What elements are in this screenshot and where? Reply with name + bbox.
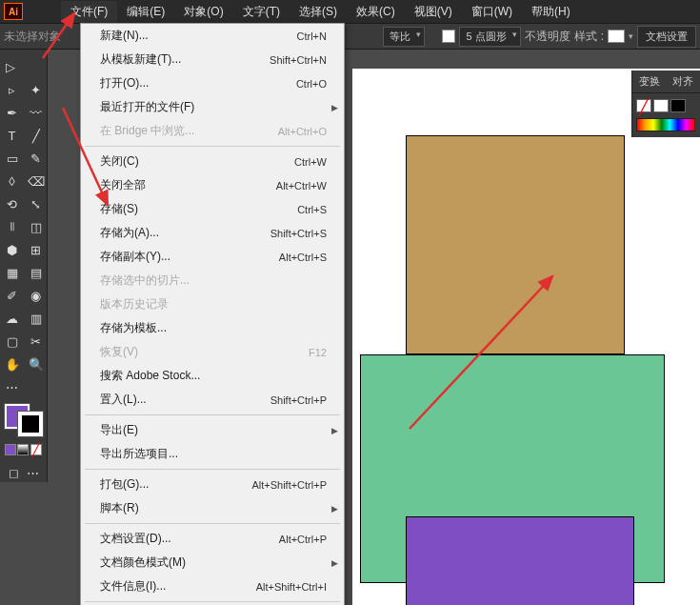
menu-效果(C)[interactable]: 效果(C) bbox=[347, 1, 405, 23]
tool-blend[interactable]: ◉ bbox=[24, 284, 48, 307]
tool-extra[interactable]: ⋯ bbox=[0, 375, 24, 398]
swatch-none[interactable]: ╱ bbox=[636, 99, 651, 112]
style-label: 样式 bbox=[574, 29, 597, 45]
tool-curvature[interactable]: 〰 bbox=[24, 101, 48, 124]
tool-line[interactable]: ╱ bbox=[24, 124, 48, 147]
menu-item-置入(L)...[interactable]: 置入(L)...Shift+Ctrl+P bbox=[81, 388, 344, 412]
menu-视图(V)[interactable]: 视图(V) bbox=[405, 1, 462, 23]
menu-窗口(W)[interactable]: 窗口(W) bbox=[462, 1, 522, 23]
tool-scale[interactable]: ⤡ bbox=[24, 192, 48, 215]
doc-setup-button[interactable]: 文档设置 bbox=[637, 26, 696, 48]
tool-hand[interactable]: ✋ bbox=[0, 353, 24, 375]
menu-item-导出(E)[interactable]: 导出(E)▶ bbox=[81, 418, 344, 442]
tool-direct-select[interactable]: ▹ bbox=[0, 78, 24, 101]
stroke-dropdown[interactable]: 5 点圆形 bbox=[459, 27, 520, 47]
tool-zoom[interactable]: 🔍 bbox=[24, 353, 48, 375]
tool-mesh[interactable]: ▦ bbox=[0, 261, 24, 284]
menu-item-关闭全部[interactable]: 关闭全部Alt+Ctrl+W bbox=[81, 173, 344, 197]
file-menu-dropdown: 新建(N)...Ctrl+N从模板新建(T)...Shift+Ctrl+N打开(… bbox=[80, 23, 345, 605]
menu-item-存储为(A)...[interactable]: 存储为(A)...Shift+Ctrl+S bbox=[81, 221, 344, 245]
tool-type[interactable]: T bbox=[0, 124, 24, 147]
menu-item-打包(G)...[interactable]: 打包(G)...Alt+Shift+Ctrl+P bbox=[81, 473, 344, 496]
tool-perspective[interactable]: ⊞ bbox=[24, 238, 48, 261]
chevron-right-icon: ▶ bbox=[331, 504, 338, 514]
ratio-dropdown[interactable]: 等比 bbox=[383, 27, 425, 47]
tool-eyedropper[interactable]: ✐ bbox=[0, 284, 24, 307]
right-panel: 变换 对齐 ╱ bbox=[631, 71, 700, 137]
selection-status: 未选择对象 bbox=[4, 29, 61, 45]
menu-文字(T)[interactable]: 文字(T) bbox=[233, 1, 290, 23]
app-icon: Ai bbox=[4, 3, 23, 20]
tab-transform[interactable]: 变换 bbox=[632, 71, 667, 92]
shape-rectangle-purple[interactable] bbox=[406, 516, 634, 605]
tool-width[interactable]: ⫴ bbox=[0, 215, 24, 238]
menu-separator bbox=[85, 146, 340, 147]
edit-toolbar[interactable]: ⋯ bbox=[26, 465, 41, 480]
menu-对象(O)[interactable]: 对象(O) bbox=[174, 1, 232, 23]
color-mode-gradient[interactable] bbox=[17, 444, 29, 455]
tab-align[interactable]: 对齐 bbox=[667, 71, 701, 92]
menu-separator bbox=[85, 469, 340, 470]
opacity-label: 不透明度 bbox=[525, 29, 570, 45]
menu-item-存储(S)[interactable]: 存储(S)Ctrl+S bbox=[81, 197, 344, 221]
tool-rotate[interactable]: ⟲ bbox=[0, 192, 24, 215]
menu-item-最近打开的文件(F)[interactable]: 最近打开的文件(F)▶ bbox=[81, 95, 344, 119]
menu-item-存储为模板...[interactable]: 存储为模板... bbox=[81, 316, 344, 340]
tool-magic-wand[interactable]: ✦ bbox=[24, 78, 48, 101]
menu-item-文档颜色模式(M)[interactable]: 文档颜色模式(M)▶ bbox=[81, 551, 344, 575]
shape-rectangle-tan[interactable] bbox=[406, 135, 625, 354]
menu-帮助(H)[interactable]: 帮助(H) bbox=[522, 1, 580, 23]
tool-shaper[interactable]: ◊ bbox=[0, 170, 24, 192]
tool-gradient[interactable]: ▤ bbox=[24, 261, 48, 284]
stroke-color[interactable] bbox=[18, 412, 43, 436]
color-mode-none[interactable]: ╱ bbox=[30, 444, 42, 455]
tool-graph[interactable]: ▥ bbox=[24, 307, 48, 330]
menu-separator bbox=[85, 414, 340, 415]
menu-item-恢复(V): 恢复(V)F12 bbox=[81, 340, 344, 364]
tool-pen[interactable]: ✒ bbox=[0, 101, 24, 124]
color-spectrum[interactable] bbox=[636, 118, 695, 131]
chevron-right-icon: ▶ bbox=[331, 558, 338, 568]
menu-item-存储选中的切片...: 存储选中的切片... bbox=[81, 269, 344, 292]
tool-brush[interactable]: ✎ bbox=[24, 147, 48, 170]
menu-item-从模板新建(T)...[interactable]: 从模板新建(T)...Shift+Ctrl+N bbox=[81, 48, 344, 71]
swatch-white[interactable] bbox=[653, 99, 669, 112]
chevron-right-icon: ▶ bbox=[331, 426, 338, 435]
tool-free-transform[interactable]: ◫ bbox=[24, 215, 48, 238]
menu-文件(F)[interactable]: 文件(F) bbox=[61, 1, 117, 23]
swatch-black[interactable] bbox=[670, 99, 686, 112]
menu-选择(S)[interactable]: 选择(S) bbox=[290, 1, 347, 23]
menu-编辑(E)[interactable]: 编辑(E) bbox=[117, 1, 174, 23]
color-mode-fill[interactable] bbox=[5, 444, 16, 455]
tool-rectangle[interactable]: ▭ bbox=[0, 147, 24, 170]
menu-item-在 Bridge 中浏览...: 在 Bridge 中浏览...Alt+Ctrl+O bbox=[81, 119, 344, 143]
fill-indicator[interactable] bbox=[442, 30, 455, 43]
menu-separator bbox=[85, 601, 340, 602]
tool-symbol[interactable]: ☁ bbox=[0, 307, 24, 330]
tool-slice[interactable]: ✂ bbox=[24, 330, 48, 353]
menu-item-文档设置(D)...[interactable]: 文档设置(D)...Alt+Ctrl+P bbox=[81, 527, 344, 551]
tool-shape-builder[interactable]: ⬢ bbox=[0, 238, 24, 261]
menu-item-打开(O)...[interactable]: 打开(O)...Ctrl+O bbox=[81, 71, 344, 95]
menu-item-文件信息(I)...[interactable]: 文件信息(I)...Alt+Shift+Ctrl+I bbox=[81, 575, 344, 598]
artboard[interactable] bbox=[352, 69, 700, 605]
menu-item-搜索 Adobe Stock...[interactable]: 搜索 Adobe Stock... bbox=[81, 364, 344, 388]
menu-item-导出所选项目...[interactable]: 导出所选项目... bbox=[81, 442, 344, 466]
menu-item-关闭(C)[interactable]: 关闭(C)Ctrl+W bbox=[81, 150, 344, 173]
screen-mode[interactable]: ◻ bbox=[6, 465, 21, 480]
menu-separator bbox=[85, 523, 340, 524]
menubar: Ai 文件(F)编辑(E)对象(O)文字(T)选择(S)效果(C)视图(V)窗口… bbox=[0, 0, 700, 23]
color-selector[interactable] bbox=[5, 404, 43, 436]
tool-artboard[interactable]: ▢ bbox=[0, 330, 24, 353]
toolbox: ▷ ▹ ✦ ✒ 〰 T ╱ ▭ ✎ ◊ ⌫ ⟲ ⤡ ⫴ ◫ ⬢ ⊞ ▦ ▤ ✐ … bbox=[0, 50, 48, 482]
menu-item-新建(N)...[interactable]: 新建(N)...Ctrl+N bbox=[81, 24, 344, 48]
style-swatch[interactable] bbox=[608, 30, 625, 43]
menu-item-存储副本(Y)...[interactable]: 存储副本(Y)...Alt+Ctrl+S bbox=[81, 245, 344, 269]
menu-item-脚本(R)[interactable]: 脚本(R)▶ bbox=[81, 496, 344, 520]
tool-eraser[interactable]: ⌫ bbox=[24, 170, 48, 192]
chevron-right-icon: ▶ bbox=[331, 103, 338, 112]
tool-selection[interactable]: ▷ bbox=[0, 55, 24, 78]
menu-item-版本历史记录: 版本历史记录 bbox=[81, 292, 344, 316]
